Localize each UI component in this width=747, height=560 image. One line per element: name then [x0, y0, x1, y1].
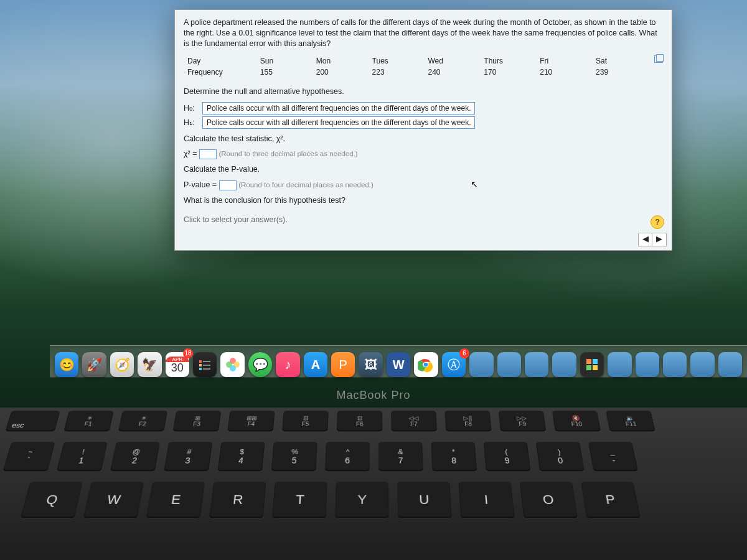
pvalue-hint: (Round to four decimal places as needed.…: [238, 181, 374, 189]
step-conclusion: What is the conclusion for this hypothes…: [184, 195, 663, 206]
key-4[interactable]: $4: [217, 442, 265, 471]
dock-launchpad[interactable]: 🚀: [82, 352, 106, 377]
key-t[interactable]: T: [272, 482, 327, 518]
key-esc[interactable]: esc: [5, 411, 60, 431]
data-table: Day Frequency Sun155 Mon200 Tues223 Wed2…: [184, 55, 663, 78]
dock-photos[interactable]: [220, 352, 244, 377]
key-f3[interactable]: ⊞F3: [173, 411, 222, 431]
key-2[interactable]: @2: [110, 442, 160, 471]
dock-safari[interactable]: 🧭: [110, 352, 134, 377]
key-tilde[interactable]: ~`: [2, 442, 55, 471]
key-f10[interactable]: 🔇F10: [552, 411, 601, 431]
col-mon: Mon: [312, 55, 369, 67]
dock-app-8[interactable]: [690, 352, 714, 377]
dock: 😊 🚀 🧭 🦅 APR 30 18 💬 ♪ A P 🖼 W Ⓐ 6: [50, 345, 747, 378]
chrome-icon: [418, 357, 434, 373]
val-thurs: 170: [480, 67, 536, 78]
key-7[interactable]: &7: [378, 442, 423, 471]
dock-app-1[interactable]: [469, 352, 493, 377]
svg-point-9: [226, 362, 232, 368]
dock-appstore2[interactable]: Ⓐ 6: [442, 352, 466, 377]
copy-icon[interactable]: [654, 55, 663, 63]
dock-appstore[interactable]: A: [304, 352, 327, 377]
col-sun: Sun: [256, 55, 312, 67]
key-f6[interactable]: ⊡F6: [337, 411, 382, 431]
key-f4[interactable]: ⊞⊞F4: [227, 411, 275, 431]
dock-calculator[interactable]: [580, 352, 604, 377]
dock-app-4[interactable]: [552, 352, 576, 377]
key-0[interactable]: )0: [536, 442, 585, 471]
key-f2[interactable]: ☀F2: [118, 411, 167, 431]
key-9[interactable]: (9: [483, 442, 530, 471]
calendar-day: 30: [171, 362, 184, 373]
key-8[interactable]: *8: [431, 442, 477, 471]
key-y[interactable]: Y: [335, 482, 389, 518]
key-6[interactable]: ^6: [325, 442, 370, 471]
key-u[interactable]: U: [397, 482, 452, 518]
svg-rect-13: [586, 359, 591, 364]
svg-rect-14: [593, 359, 598, 364]
dock-app-6[interactable]: [636, 352, 659, 377]
key-5[interactable]: %5: [271, 442, 317, 471]
key-3[interactable]: #3: [164, 442, 212, 471]
row-label-day: Day: [184, 55, 256, 67]
key-w[interactable]: W: [83, 482, 144, 518]
dock-music[interactable]: ♪: [276, 352, 299, 377]
svg-rect-2: [199, 368, 202, 370]
key-r[interactable]: R: [209, 482, 266, 518]
dock-app-2[interactable]: [497, 352, 521, 377]
dock-reminders[interactable]: [193, 352, 217, 377]
key-dash[interactable]: _-: [588, 442, 638, 471]
nav-arrows: ◀ ▶: [638, 233, 667, 246]
step-pvalue: Calculate the P-value.: [184, 164, 663, 175]
col-tues: Tues: [369, 55, 425, 67]
dock-app-5[interactable]: [608, 352, 631, 377]
dock-mail[interactable]: 🦅: [138, 352, 161, 377]
h1-dropdown[interactable]: Police calls occur with all different fr…: [202, 116, 475, 129]
key-f9[interactable]: ▷▷F9: [499, 411, 547, 431]
pvalue-label: P-value =: [184, 180, 217, 189]
dock-pages[interactable]: P: [331, 352, 355, 377]
dock-finder[interactable]: 😊: [55, 352, 78, 377]
key-p[interactable]: P: [581, 482, 641, 518]
click-prompt[interactable]: Click to select your answer(s).: [184, 215, 663, 225]
chi-hint: (Round to three decimal places as needed…: [218, 150, 357, 157]
col-sat: Sat: [592, 55, 648, 67]
help-button[interactable]: ?: [651, 215, 664, 229]
nav-next-button[interactable]: ▶: [652, 233, 666, 246]
svg-rect-1: [199, 364, 202, 366]
h0-dropdown[interactable]: Police calls occur with all different fr…: [202, 102, 475, 114]
dock-calendar[interactable]: APR 30 18: [166, 352, 189, 377]
keyboard: esc ☀F1 ☀F2 ⊞F3 ⊞⊞F4 ⊟F5 ⊡F6 ◁◁F7 ▷||F8 …: [0, 408, 747, 560]
pvalue-input[interactable]: [219, 180, 237, 190]
step-hypotheses: Determine the null and alternative hypot…: [184, 86, 663, 97]
key-o[interactable]: O: [520, 482, 578, 518]
cursor-icon: ↖: [471, 179, 478, 189]
key-e[interactable]: E: [146, 482, 205, 518]
laptop-label: MacBook Pro: [0, 389, 747, 402]
nav-prev-button[interactable]: ◀: [639, 233, 652, 246]
dock-chrome[interactable]: [414, 352, 438, 377]
dock-app-7[interactable]: [663, 352, 687, 377]
dock-preview[interactable]: 🖼: [359, 352, 382, 377]
dock-messages[interactable]: 💬: [248, 352, 272, 377]
key-1[interactable]: !1: [57, 442, 108, 471]
col-fri: Fri: [536, 55, 592, 67]
key-f5[interactable]: ⊟F5: [282, 411, 329, 431]
question-prompt: A police department released the numbers…: [184, 17, 663, 49]
key-f8[interactable]: ▷||F8: [444, 411, 491, 431]
dock-app-9[interactable]: [718, 352, 742, 377]
svg-rect-0: [199, 360, 202, 363]
key-f11[interactable]: 🔉F11: [606, 411, 655, 431]
val-tues: 223: [369, 67, 425, 78]
key-i[interactable]: I: [458, 482, 515, 518]
dock-app-3[interactable]: [525, 352, 548, 377]
val-fri: 210: [536, 67, 592, 78]
key-q[interactable]: Q: [21, 482, 83, 518]
key-f7[interactable]: ◁◁F7: [391, 411, 437, 431]
chi-input[interactable]: [199, 149, 217, 159]
row-label-freq: Frequency: [184, 67, 256, 78]
key-f1[interactable]: ☀F1: [63, 411, 114, 431]
dock-word[interactable]: W: [387, 352, 410, 377]
svg-rect-5: [203, 368, 210, 370]
